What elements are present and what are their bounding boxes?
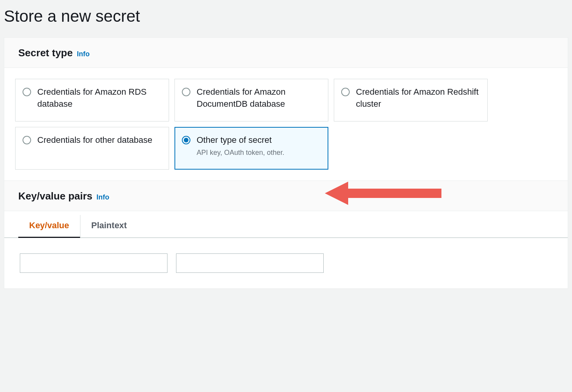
keyvalue-header: Key/value pairs Info — [4, 180, 568, 211]
option-label: Other type of secret — [197, 134, 284, 146]
keyvalue-heading: Key/value pairs — [18, 190, 92, 202]
secret-type-heading: Secret type — [18, 47, 73, 59]
option-documentdb[interactable]: Credentials for Amazon DocumentDB databa… — [174, 79, 328, 121]
key-input[interactable] — [20, 253, 167, 273]
radio-icon — [23, 88, 31, 96]
option-redshift[interactable]: Credentials for Amazon Redshift cluster — [334, 79, 488, 121]
radio-icon — [182, 88, 190, 96]
page-title: Store a new secret — [0, 0, 572, 37]
secret-form-panel: Secret type Info Credentials for Amazon … — [4, 37, 568, 289]
radio-icon — [182, 136, 190, 144]
value-input[interactable] — [176, 253, 324, 273]
secret-type-body: Credentials for Amazon RDS database Cred… — [4, 68, 568, 180]
secret-type-options: Credentials for Amazon RDS database Cred… — [15, 79, 557, 170]
option-other-db[interactable]: Credentials for other database — [15, 127, 169, 170]
keyvalue-tabs: Key/value Plaintext — [4, 211, 568, 238]
option-label: Credentials for other database — [37, 134, 152, 146]
option-label: Credentials for Amazon DocumentDB databa… — [197, 86, 320, 110]
radio-icon — [23, 136, 31, 144]
keyvalue-body — [4, 238, 568, 288]
option-rds[interactable]: Credentials for Amazon RDS database — [15, 79, 169, 121]
secret-type-header: Secret type Info — [4, 38, 568, 68]
keyvalue-info-link[interactable]: Info — [96, 193, 109, 201]
option-other-secret[interactable]: Other type of secret API key, OAuth toke… — [174, 127, 328, 170]
radio-icon — [341, 88, 350, 96]
option-label: Credentials for Amazon RDS database — [37, 86, 161, 110]
secret-type-info-link[interactable]: Info — [77, 50, 90, 58]
option-label: Credentials for Amazon Redshift cluster — [356, 86, 480, 110]
tab-keyvalue[interactable]: Key/value — [18, 215, 80, 238]
option-description: API key, OAuth token, other. — [197, 148, 284, 158]
tab-plaintext[interactable]: Plaintext — [80, 215, 138, 238]
